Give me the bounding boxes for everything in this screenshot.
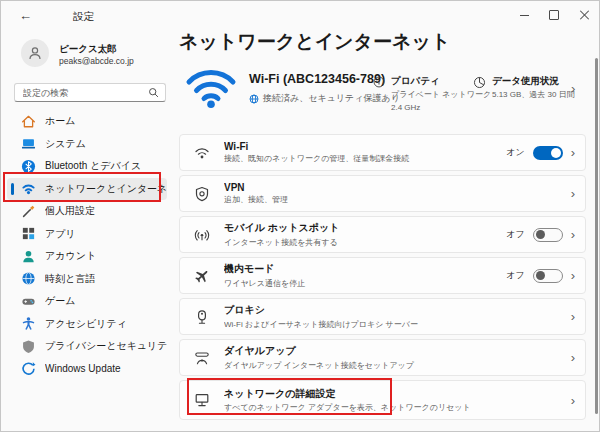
toggle-knob (536, 271, 545, 280)
sidebar-item-accounts[interactable]: アカウント (7, 245, 167, 268)
sidebar-item-windows-update[interactable]: Windows Update (7, 358, 167, 381)
row-title: プロキシ (224, 303, 571, 317)
sidebar-item-time-language[interactable]: 時刻と言語 (7, 268, 167, 291)
chevron-right-icon: › (571, 310, 575, 323)
row-subtitle: ワイヤレス通信を停止 (224, 278, 506, 289)
row-mobile-hotspot[interactable]: モバイル ホットスポット インターネット接続を共有する オフ › (179, 216, 586, 253)
search-input[interactable] (21, 87, 148, 99)
toggle-label: オフ (506, 228, 524, 241)
sidebar-item-label: ネットワークとインターネット (45, 182, 167, 196)
pie-chart-icon (473, 76, 486, 89)
toggle-knob (536, 230, 545, 239)
search-icon (148, 87, 159, 98)
row-dialup[interactable]: ダイヤルアップ ダイヤルアップ インターネット接続をセットアップ › (179, 339, 586, 376)
row-wifi[interactable]: Wi-Fi 接続、既知のネットワークの管理、従量制課金接続 オン › (179, 134, 586, 171)
row-advanced-network[interactable]: ネットワークの詳細設定 すべてのネットワーク アダプターを表示、ネットワークのリ… (179, 380, 586, 420)
chevron-right-icon: › (571, 146, 575, 159)
vertical-scrollbar[interactable] (595, 58, 598, 414)
sidebar-item-label: Windows Update (45, 363, 121, 374)
avatar[interactable] (21, 39, 49, 67)
sidebar-item-accessibility[interactable]: アクセシビリティ (7, 313, 167, 336)
home-icon (21, 114, 36, 129)
sidebar-item-label: アカウント (45, 249, 96, 263)
data-usage-block[interactable]: データ使用状況 5.13 GB、過去 30 日間 (473, 75, 575, 101)
time-language-icon (21, 271, 36, 286)
selected-indicator (11, 183, 14, 195)
toggle-label: オフ (506, 269, 524, 282)
sidebar-item-label: 個人用設定 (45, 204, 95, 218)
vpn-shield-icon (180, 186, 224, 202)
personalization-icon (21, 204, 36, 219)
proxy-icon (180, 309, 224, 325)
settings-list: Wi-Fi 接続、既知のネットワークの管理、従量制課金接続 オン › VPN 追… (179, 134, 586, 420)
system-icon (21, 136, 36, 151)
back-button[interactable]: ← (19, 8, 32, 23)
wifi-toggle[interactable] (533, 146, 563, 160)
row-subtitle: インターネット接続を共有する (224, 237, 506, 248)
network-hero: Wi-Fi (ABC123456-789) 接続済み、セキュリティ保護あり プロ… (179, 61, 586, 123)
accessibility-icon (21, 316, 36, 331)
sidebar-item-bluetooth[interactable]: Bluetooth とデバイス (7, 155, 167, 178)
user-email: peaks@abcde.co.jp (59, 56, 134, 66)
chevron-right-icon: › (571, 187, 575, 200)
apps-icon (21, 226, 36, 241)
sidebar-item-system[interactable]: システム (7, 133, 167, 156)
row-title: ネットワークの詳細設定 (224, 387, 571, 401)
settings-window: ← 設定 ピークス太郎 peaks@abcde.co.jp ホーム (0, 0, 600, 432)
row-title: Wi-Fi (224, 141, 506, 152)
row-title: モバイル ホットスポット (224, 221, 506, 235)
close-button[interactable] (569, 1, 599, 29)
sidebar-item-home[interactable]: ホーム (7, 110, 167, 133)
data-usage-value: 5.13 GB、過去 30 日間 (492, 90, 575, 101)
toggle-knob (551, 148, 561, 158)
sidebar-nav: ホーム システム Bluetooth とデバイス ネットワークとインターネット (7, 110, 167, 380)
row-title: 機内モード (224, 262, 506, 276)
sidebar-item-label: プライバシーとセキュリティ (45, 339, 167, 353)
sidebar-item-personalization[interactable]: 個人用設定 (7, 200, 167, 223)
row-subtitle: 接続、既知のネットワークの管理、従量制課金接続 (224, 153, 506, 164)
row-subtitle: ダイヤルアップ インターネット接続をセットアップ (224, 360, 571, 371)
network-icon (21, 181, 36, 196)
minimize-icon (520, 15, 529, 16)
advanced-network-icon (180, 392, 224, 408)
toggle-label: オン (506, 146, 524, 159)
page-title: ネットワークとインターネット (179, 29, 450, 55)
gaming-icon (21, 294, 36, 309)
connected-globe-icon (249, 94, 259, 104)
row-vpn[interactable]: VPN 追加、接続、管理 › (179, 175, 586, 212)
shield-icon (21, 339, 36, 354)
sidebar-item-label: Bluetooth とデバイス (45, 159, 141, 173)
person-icon (27, 45, 43, 61)
wifi-icon (180, 145, 224, 161)
accounts-icon (21, 249, 36, 264)
row-subtitle: 追加、接続、管理 (224, 194, 571, 205)
row-title: ダイヤルアップ (224, 344, 571, 358)
maximize-icon (549, 10, 559, 20)
mobile-hotspot-toggle[interactable] (533, 228, 563, 242)
airplane-mode-toggle[interactable] (533, 269, 563, 283)
row-airplane-mode[interactable]: 機内モード ワイヤレス通信を停止 オフ › (179, 257, 586, 294)
window-title: 設定 (73, 10, 94, 24)
minimize-button[interactable] (509, 1, 539, 29)
maximize-button[interactable] (539, 1, 569, 29)
dialup-icon (180, 350, 224, 366)
row-proxy[interactable]: プロキシ Wi-Fi およびイーサネット接続向けプロキシ サーバー › (179, 298, 586, 335)
airplane-mode-icon (180, 268, 224, 284)
row-subtitle: すべてのネットワーク アダプターを表示、ネットワークのリセット (224, 402, 571, 413)
row-subtitle: Wi-Fi およびイーサネット接続向けプロキシ サーバー (224, 319, 571, 330)
sidebar-item-apps[interactable]: アプリ (7, 223, 167, 246)
sidebar-item-privacy[interactable]: プライバシーとセキュリティ (7, 335, 167, 358)
settings-search[interactable] (14, 83, 166, 102)
sidebar-item-label: ホーム (45, 114, 75, 128)
chevron-right-icon[interactable]: › (571, 81, 575, 96)
user-name: ピークス太郎 (59, 43, 117, 56)
info-icon (373, 76, 385, 88)
chevron-right-icon: › (571, 351, 575, 364)
data-usage-title: データ使用状況 (492, 75, 575, 88)
chevron-right-icon: › (571, 394, 575, 407)
sidebar-item-gaming[interactable]: ゲーム (7, 290, 167, 313)
sidebar-item-label: アクセシビリティ (45, 317, 127, 331)
sidebar-item-network[interactable]: ネットワークとインターネット (7, 178, 167, 201)
mobile-hotspot-icon (180, 227, 224, 243)
sidebar-item-label: システム (45, 137, 86, 151)
